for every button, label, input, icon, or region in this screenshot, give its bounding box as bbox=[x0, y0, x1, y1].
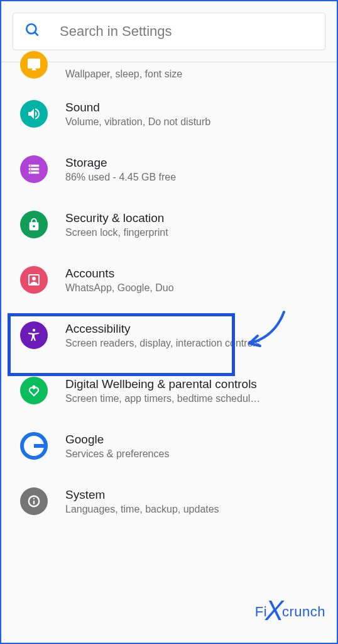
item-subtitle: Screen time, app timers, bedtime schedul… bbox=[65, 393, 318, 404]
item-subtitle: Volume, vibration, Do not disturb bbox=[65, 116, 318, 128]
item-subtitle: Screen readers, display, interaction con… bbox=[65, 338, 318, 349]
item-subtitle: WhatsApp, Google, Duo bbox=[65, 282, 318, 294]
item-subtitle: Services & preferences bbox=[65, 448, 318, 460]
watermark: FiXcrunch bbox=[255, 591, 325, 623]
settings-item-system[interactable]: System Languages, time, backup, updates bbox=[1, 474, 337, 529]
item-title: Accessibility bbox=[65, 322, 318, 336]
item-title: Accounts bbox=[65, 267, 318, 280]
display-icon bbox=[20, 51, 48, 79]
svg-line-1 bbox=[35, 32, 38, 35]
settings-item-accounts[interactable]: Accounts WhatsApp, Google, Duo bbox=[1, 252, 337, 308]
svg-point-0 bbox=[26, 24, 36, 33]
item-subtitle: Screen lock, fingerprint bbox=[65, 227, 318, 238]
lock-icon bbox=[20, 211, 48, 238]
accessibility-icon bbox=[20, 321, 48, 349]
settings-item-sound[interactable]: Sound Volume, vibration, Do not disturb bbox=[1, 86, 337, 142]
info-icon bbox=[20, 487, 48, 515]
item-subtitle: 86% used - 4.45 GB free bbox=[65, 172, 318, 183]
item-text: Google Services & preferences bbox=[65, 433, 318, 460]
svg-point-6 bbox=[30, 169, 31, 170]
svg-point-14 bbox=[33, 498, 35, 499]
search-icon bbox=[25, 22, 41, 41]
svg-point-10 bbox=[33, 329, 35, 331]
heart-icon bbox=[20, 377, 48, 404]
item-title: Storage bbox=[65, 156, 318, 170]
settings-item-display[interactable]: Wallpaper, sleep, font size bbox=[1, 65, 337, 86]
settings-item-security[interactable]: Security & location Screen lock, fingerp… bbox=[1, 197, 337, 252]
settings-item-wellbeing[interactable]: Digital Wellbeing & parental controls Sc… bbox=[1, 363, 337, 418]
svg-point-7 bbox=[30, 172, 31, 174]
item-text: Accessibility Screen readers, display, i… bbox=[65, 322, 318, 349]
item-title: Google bbox=[65, 433, 318, 447]
item-text: Sound Volume, vibration, Do not disturb bbox=[65, 101, 318, 128]
svg-point-9 bbox=[32, 277, 36, 280]
account-icon bbox=[20, 266, 48, 294]
item-text: Storage 86% used - 4.45 GB free bbox=[65, 156, 318, 183]
item-title: Digital Wellbeing & parental controls bbox=[65, 377, 318, 391]
item-title: Sound bbox=[65, 101, 318, 114]
item-title: Security & location bbox=[65, 211, 318, 225]
item-text: Wallpaper, sleep, font size bbox=[65, 69, 318, 80]
item-text: System Languages, time, backup, updates bbox=[65, 488, 318, 515]
sound-icon bbox=[20, 100, 48, 128]
item-subtitle: Wallpaper, sleep, font size bbox=[65, 69, 318, 80]
settings-list: Wallpaper, sleep, font size Sound Volume… bbox=[1, 62, 337, 529]
item-text: Digital Wellbeing & parental controls Sc… bbox=[65, 377, 318, 404]
settings-item-storage[interactable]: Storage 86% used - 4.45 GB free bbox=[1, 142, 337, 197]
google-icon bbox=[20, 432, 48, 460]
item-text: Accounts WhatsApp, Google, Duo bbox=[65, 267, 318, 294]
search-placeholder: Search in Settings bbox=[60, 23, 172, 40]
item-text: Security & location Screen lock, fingerp… bbox=[65, 211, 318, 238]
svg-point-5 bbox=[30, 165, 31, 167]
search-bar[interactable]: Search in Settings bbox=[13, 13, 325, 50]
item-title: System bbox=[65, 488, 318, 502]
settings-item-google[interactable]: Google Services & preferences bbox=[1, 418, 337, 474]
settings-item-accessibility[interactable]: Accessibility Screen readers, display, i… bbox=[1, 308, 337, 363]
storage-icon bbox=[20, 155, 48, 183]
item-subtitle: Languages, time, backup, updates bbox=[65, 504, 318, 515]
